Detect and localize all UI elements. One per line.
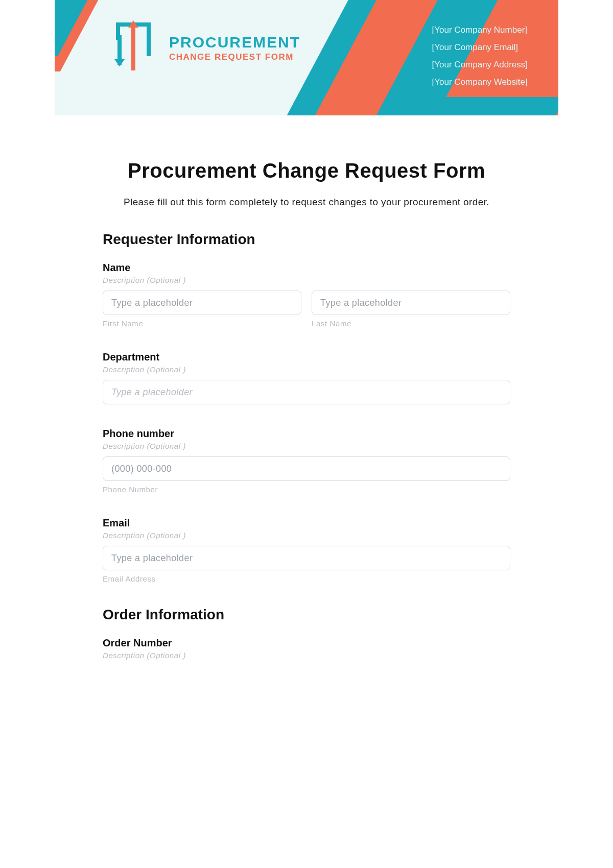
field-name: Name Description (Optional ) First Name … <box>103 262 510 328</box>
phone-input[interactable] <box>103 456 510 481</box>
label-order-number: Order Number <box>103 637 510 649</box>
first-name-input[interactable] <box>103 291 301 315</box>
desc-order-number: Description (Optional ) <box>103 651 510 660</box>
email-input[interactable] <box>103 546 510 570</box>
brand-text: PROCUREMENT CHANGE REQUEST FORM <box>169 34 300 62</box>
desc-department: Description (Optional ) <box>103 365 510 374</box>
company-number: [Your Company Number] <box>432 21 528 39</box>
section-order: Order Information <box>103 607 510 623</box>
last-name-input[interactable] <box>312 291 510 315</box>
company-info: [Your Company Number] [Your Company Emai… <box>432 21 528 91</box>
field-department: Department Description (Optional ) <box>103 351 510 404</box>
label-phone: Phone number <box>103 428 510 440</box>
field-email: Email Description (Optional ) Email Addr… <box>103 517 510 583</box>
brand: PROCUREMENT CHANGE REQUEST FORM <box>116 22 300 74</box>
department-input[interactable] <box>103 380 510 404</box>
section-requester: Requester Information <box>103 231 510 248</box>
brand-line1: PROCUREMENT <box>169 34 300 51</box>
page-title: Procurement Change Request Form <box>103 159 510 182</box>
desc-phone: Description (Optional ) <box>103 442 510 450</box>
sublabel-email: Email Address <box>103 574 510 583</box>
company-website: [Your Company Website] <box>432 74 528 91</box>
sublabel-first-name: First Name <box>103 319 301 328</box>
field-phone: Phone number Description (Optional ) Pho… <box>103 428 510 494</box>
label-name: Name <box>103 262 510 274</box>
desc-email: Description (Optional ) <box>103 531 510 540</box>
desc-name: Description (Optional ) <box>103 276 510 284</box>
header-banner: PROCUREMENT CHANGE REQUEST FORM [Your Co… <box>55 0 558 115</box>
logo-icon <box>116 22 156 74</box>
sublabel-phone: Phone Number <box>103 485 510 494</box>
brand-line2: CHANGE REQUEST FORM <box>169 52 300 62</box>
field-order-number: Order Number Description (Optional ) <box>103 637 510 660</box>
page-intro: Please fill out this form completely to … <box>103 197 510 208</box>
sublabel-last-name: Last Name <box>312 319 510 328</box>
label-email: Email <box>103 517 510 529</box>
label-department: Department <box>103 351 510 363</box>
company-email: [Your Company Email] <box>432 39 528 56</box>
company-address: [Your Company Address] <box>432 56 528 74</box>
